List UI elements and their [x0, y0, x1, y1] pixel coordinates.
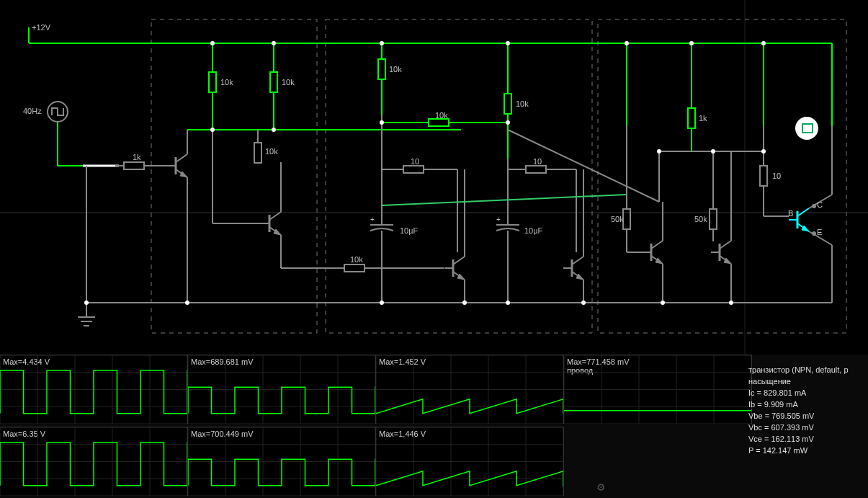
svg-point-106 [661, 301, 665, 305]
svg-point-96 [210, 128, 215, 132]
resistor-top4[interactable] [504, 94, 511, 114]
svg-point-90 [272, 41, 276, 45]
svg-point-97 [272, 128, 276, 132]
svg-point-99 [506, 120, 510, 125]
svg-text:+: + [370, 215, 375, 223]
label-r-b5: 50k [611, 215, 624, 223]
svg-point-94 [689, 41, 694, 45]
resistor-e4[interactable] [526, 166, 546, 173]
resistor-b6[interactable] [710, 209, 717, 229]
label-r-top3: 10k [389, 65, 402, 74]
label-r-mid3: 10k [435, 111, 448, 120]
label-r-q1c: 10k [220, 78, 233, 86]
info-line: Ib = 9.909 mA [748, 399, 864, 410]
svg-point-93 [625, 41, 629, 45]
resistor-fb[interactable] [344, 264, 364, 272]
info-line: Vce = 162.113 mV [748, 433, 864, 445]
label-r-q2b: 10k [282, 78, 295, 86]
label-c2: 10µF [524, 226, 542, 235]
resistor-e3[interactable] [403, 166, 424, 173]
svg-point-98 [380, 120, 384, 125]
label-c1: 10µF [400, 226, 418, 235]
scope-0[interactable]: Max=4.434 V [0, 355, 188, 424]
info-panel: транзистор (NPN, default, p насыщение Ic… [744, 360, 868, 460]
svg-point-103 [462, 301, 467, 305]
ground-symbol [78, 303, 95, 326]
info-line: Vbe = 769.505 mV [748, 410, 864, 422]
resistor-out-e[interactable] [760, 166, 767, 186]
svg-point-89 [210, 41, 215, 45]
resistor-q1c[interactable] [209, 72, 216, 92]
svg-point-91 [380, 41, 384, 45]
resistor-b5[interactable] [623, 209, 630, 229]
stage-box-1 [151, 19, 317, 333]
label-r-out-top: 1k [699, 114, 707, 123]
svg-point-105 [581, 301, 586, 305]
scope-6[interactable]: Max=1.446 V [376, 427, 564, 496]
resistor-out-top[interactable] [688, 108, 695, 128]
capacitor-c1[interactable]: + [370, 215, 393, 303]
svg-point-109 [711, 149, 715, 154]
info-line: Ic = 829.801 mA [748, 387, 864, 399]
svg-point-110 [761, 149, 766, 154]
label-pin-e: E [817, 228, 822, 236]
svg-point-108 [657, 149, 661, 154]
scope-probe-icon[interactable] [795, 117, 818, 140]
label-r-q2e: 10k [265, 147, 278, 156]
info-line: Vbc = 607.393 mV [748, 422, 864, 433]
svg-point-104 [506, 301, 510, 305]
label-rail: +12V [32, 23, 50, 32]
label-freq: 40Hz [23, 107, 42, 115]
resistor-q2b[interactable] [270, 72, 277, 92]
capacitor-c2[interactable]: + [496, 215, 519, 303]
stage-box-2 [326, 19, 592, 333]
resistor-r-in[interactable] [124, 162, 144, 169]
transistor-q4[interactable] [563, 257, 583, 280]
svg-point-102 [380, 301, 384, 305]
label-pin-c: C [817, 200, 823, 209]
label-r-b6: 50k [694, 215, 707, 223]
gear-icon[interactable]: ⚙ [596, 481, 606, 493]
svg-point-107 [729, 301, 733, 305]
label-r-fb: 10k [350, 255, 363, 264]
label-r-in: 1k [133, 153, 141, 161]
svg-point-92 [506, 41, 510, 45]
transistor-q1[interactable] [167, 154, 187, 177]
stage-box-3 [598, 19, 846, 333]
label-r-e4: 10 [533, 157, 542, 166]
clock-source[interactable] [48, 102, 115, 166]
info-line: P = 142.147 mW [748, 445, 864, 456]
schematic-canvas[interactable]: + + [0, 0, 868, 355]
transistor-q6[interactable] [711, 241, 731, 264]
label-r-e3: 10 [411, 157, 419, 166]
resistor-q2e[interactable] [254, 143, 261, 163]
scope-panel: Max=4.434 VMax=689.681 mVMax=1.452 VMax=… [0, 355, 868, 498]
info-line: транзистор (NPN, default, p [748, 364, 864, 375]
info-line: насыщение [748, 375, 864, 387]
label-pin-b: B [788, 209, 793, 218]
svg-point-87 [795, 117, 818, 140]
svg-point-100 [84, 301, 89, 305]
scope-5[interactable]: Max=700.449 mV [188, 427, 376, 496]
label-r-out-e: 10 [772, 172, 781, 180]
circuit-simulator[interactable]: + + [0, 0, 868, 498]
svg-point-101 [185, 301, 189, 305]
scope-1[interactable]: Max=689.681 mV [188, 355, 376, 424]
scope-2[interactable]: Max=1.452 V [376, 355, 564, 424]
label-r-top4: 10k [516, 99, 529, 108]
scope-4[interactable]: Max=6.35 V [0, 427, 188, 496]
transistor-q5[interactable] [643, 241, 663, 264]
transistor-q3[interactable] [444, 257, 465, 280]
transistor-q2[interactable] [261, 212, 281, 235]
wire-diag-green[interactable] [382, 195, 627, 205]
resistor-mid3[interactable] [429, 119, 449, 126]
scope-3[interactable]: Max=771.458 mV провод [564, 355, 752, 424]
svg-point-95 [761, 41, 766, 45]
svg-text:+: + [496, 215, 501, 223]
resistor-top3[interactable] [378, 59, 385, 79]
